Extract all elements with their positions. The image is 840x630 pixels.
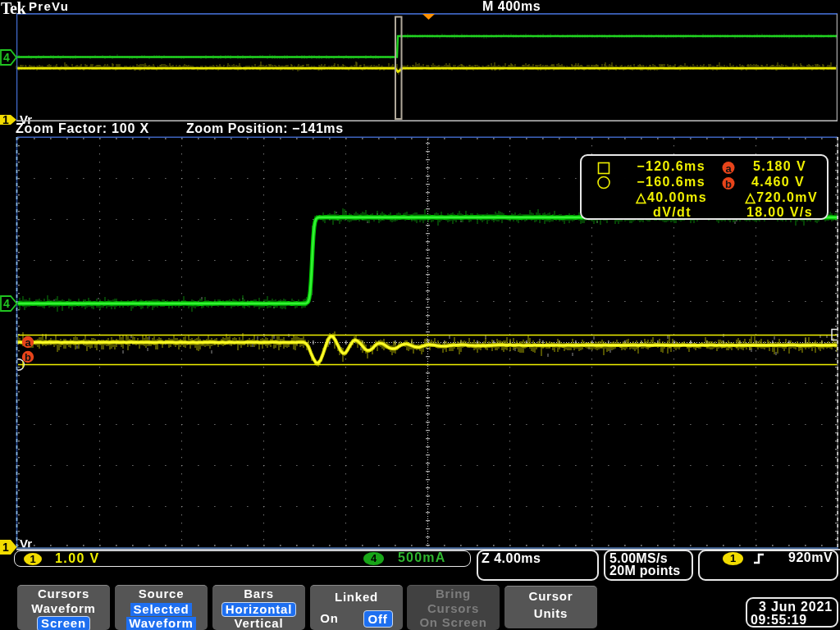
svg-text:b: b <box>725 178 732 190</box>
svg-text:4: 4 <box>3 297 10 310</box>
svg-text:a: a <box>725 162 732 175</box>
svg-text:a: a <box>25 336 31 349</box>
svg-text:4: 4 <box>3 51 10 64</box>
svg-text:1: 1 <box>2 541 9 554</box>
svg-text:1: 1 <box>2 113 9 126</box>
svg-text:b: b <box>25 351 31 363</box>
